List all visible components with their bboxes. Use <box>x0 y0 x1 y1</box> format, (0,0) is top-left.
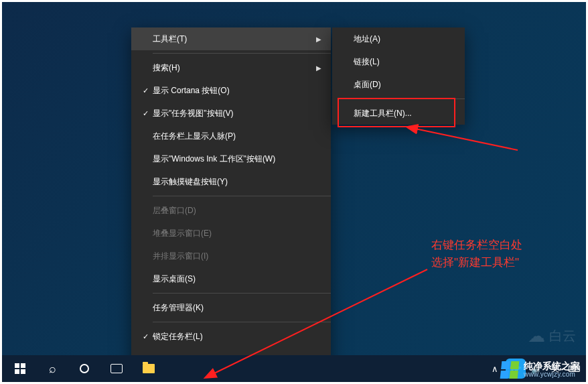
cloud-icon <box>528 326 545 346</box>
site-url: www.ycwjzy.com <box>524 371 580 379</box>
check-icon <box>138 109 153 118</box>
taskview-icon <box>111 364 123 373</box>
taskbar-search-button[interactable] <box>37 355 68 382</box>
windows-logo-icon <box>15 363 25 374</box>
menu-separator <box>153 53 331 54</box>
menu-separator <box>153 196 331 196</box>
menu-item-show-people[interactable]: 在任务栏上显示人脉(P) <box>131 125 331 147</box>
menu-item-show-ink[interactable]: 显示"Windows Ink 工作区"按钮(W) <box>131 147 331 170</box>
menu-label: 地址(A) <box>354 34 455 45</box>
arrow-to-new-toolbar <box>415 129 518 150</box>
menu-item-show-cortana[interactable]: 显示 Cortana 按钮(O) <box>131 79 331 102</box>
watermark: 白云 <box>528 326 576 346</box>
taskbar-context-menu: 工具栏(T) ▶ 搜索(H) ▶ 显示 Cortana 按钮(O) 显示"任务视… <box>131 27 331 371</box>
cortana-button[interactable] <box>69 355 100 382</box>
menu-item-search[interactable]: 搜索(H) ▶ <box>131 56 331 79</box>
submenu-item-address[interactable]: 地址(A) <box>332 27 465 50</box>
chevron-up-icon: ∧ <box>492 364 498 374</box>
menu-item-show-desktop[interactable]: 显示桌面(S) <box>131 267 331 290</box>
menu-item-toolbars[interactable]: 工具栏(T) ▶ <box>131 27 331 50</box>
site-name: 纯净系统之家 <box>524 361 580 371</box>
menu-item-cascade-windows: 层叠窗口(D) <box>131 199 331 222</box>
check-icon <box>138 332 153 341</box>
menu-label: 工具栏(T) <box>153 34 304 45</box>
folder-icon <box>143 364 155 373</box>
menu-label: 层叠窗口(D) <box>153 205 321 216</box>
annotation-text: 右键任务栏空白处 选择"新建工具栏" <box>431 237 522 272</box>
menu-label: 堆叠显示窗口(E) <box>153 228 321 239</box>
submenu-item-links[interactable]: 链接(L) <box>332 50 465 73</box>
cortana-icon <box>80 364 89 373</box>
site-badge: 纯净系统之家 www.ycwjzy.com <box>498 360 583 380</box>
search-icon <box>49 362 56 376</box>
menu-item-lock-taskbar[interactable]: 锁定任务栏(L) <box>131 325 331 348</box>
menu-label: 桌面(D) <box>354 79 455 90</box>
menu-item-sidebyside-windows: 并排显示窗口(I) <box>131 245 331 267</box>
annotation-line: 右键任务栏空白处 <box>431 237 522 254</box>
menu-label: 链接(L) <box>354 56 455 68</box>
menu-label: 锁定任务栏(L) <box>153 331 321 342</box>
menu-label: 显示 Cortana 按钮(O) <box>153 85 321 97</box>
annotation-line: 选择"新建工具栏" <box>431 254 522 271</box>
chevron-right-icon: ▶ <box>316 64 321 72</box>
annotation-highlight-box <box>338 98 455 127</box>
menu-item-show-touch-keyboard[interactable]: 显示触摸键盘按钮(Y) <box>131 170 331 193</box>
menu-label: 搜索(H) <box>153 62 304 74</box>
menu-label: 并排显示窗口(I) <box>153 251 321 262</box>
menu-item-show-taskview[interactable]: 显示"任务视图"按钮(V) <box>131 102 331 125</box>
site-logo-icon <box>500 361 520 379</box>
start-button[interactable] <box>5 355 35 382</box>
menu-label: 显示桌面(S) <box>153 273 321 285</box>
submenu-item-desktop[interactable]: 桌面(D) <box>332 73 465 96</box>
menu-label: 显示"任务视图"按钮(V) <box>153 108 321 119</box>
menu-label: 任务管理器(K) <box>153 302 321 314</box>
menu-item-task-manager[interactable]: 任务管理器(K) <box>131 296 331 319</box>
taskview-button[interactable] <box>101 355 132 382</box>
menu-item-stacked-windows: 堆叠显示窗口(E) <box>131 222 331 245</box>
menu-label: 显示触摸键盘按钮(Y) <box>153 176 321 188</box>
menu-label: 在任务栏上显示人脉(P) <box>153 131 321 142</box>
check-icon <box>138 86 153 95</box>
watermark-text: 白云 <box>549 327 576 345</box>
menu-separator <box>153 293 331 294</box>
chevron-right-icon: ▶ <box>316 36 321 43</box>
taskbar-left <box>5 355 164 382</box>
menu-label: 显示"Windows Ink 工作区"按钮(W) <box>153 153 321 165</box>
menu-separator <box>153 322 331 322</box>
file-explorer-button[interactable] <box>133 355 164 382</box>
